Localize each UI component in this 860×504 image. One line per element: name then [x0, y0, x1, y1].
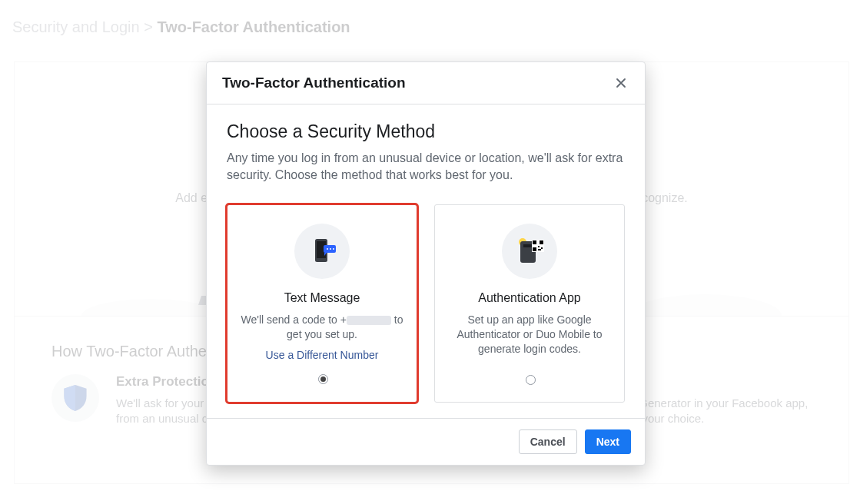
svg-rect-17 — [540, 249, 541, 250]
option-body-pre: We'll send a code to + — [241, 313, 346, 326]
modal-lead: Any time you log in from an unusual devi… — [227, 150, 625, 183]
modal-body: Choose a Security Method Any time you lo… — [207, 104, 645, 204]
svg-rect-13 — [540, 240, 543, 244]
qr-app-icon — [502, 224, 557, 279]
svg-rect-12 — [533, 240, 536, 244]
option-radio-sms[interactable] — [318, 374, 328, 384]
svg-rect-10 — [523, 244, 533, 247]
modal-header: Two-Factor Authentication — [207, 62, 645, 104]
page-root: Security and Login > Two-Factor Authenti… — [0, 0, 860, 504]
close-icon — [616, 78, 626, 88]
option-body: Set up an app like Google Authenticator … — [446, 313, 613, 356]
svg-point-7 — [333, 248, 334, 250]
modal-title: Two-Factor Authentication — [222, 75, 406, 91]
modal-heading: Choose a Security Method — [227, 121, 625, 142]
option-auth-app[interactable]: Authentication App Set up an app like Go… — [434, 204, 625, 403]
svg-point-5 — [327, 248, 328, 250]
modal-footer: Cancel Next — [207, 418, 645, 465]
svg-rect-16 — [541, 247, 543, 249]
option-radio-app[interactable] — [526, 375, 536, 385]
next-button[interactable]: Next — [585, 429, 631, 454]
phone-redacted — [347, 316, 391, 325]
option-title: Authentication App — [446, 291, 613, 305]
option-title: Text Message — [238, 291, 406, 305]
method-options: Text Message We'll send a code to + to g… — [207, 204, 645, 418]
close-button[interactable] — [613, 75, 629, 91]
option-text-message[interactable]: Text Message We'll send a code to + to g… — [227, 204, 417, 403]
sms-icon — [294, 224, 350, 279]
option-body: We'll send a code to + to get you set up… — [238, 313, 406, 342]
two-factor-modal: Two-Factor Authentication Choose a Secur… — [206, 61, 646, 466]
use-different-number-link[interactable]: Use a Different Number — [266, 349, 379, 361]
svg-rect-14 — [533, 247, 536, 251]
cancel-button[interactable]: Cancel — [519, 429, 577, 454]
svg-rect-18 — [538, 249, 540, 250]
svg-point-6 — [330, 248, 331, 250]
svg-rect-15 — [538, 246, 540, 247]
